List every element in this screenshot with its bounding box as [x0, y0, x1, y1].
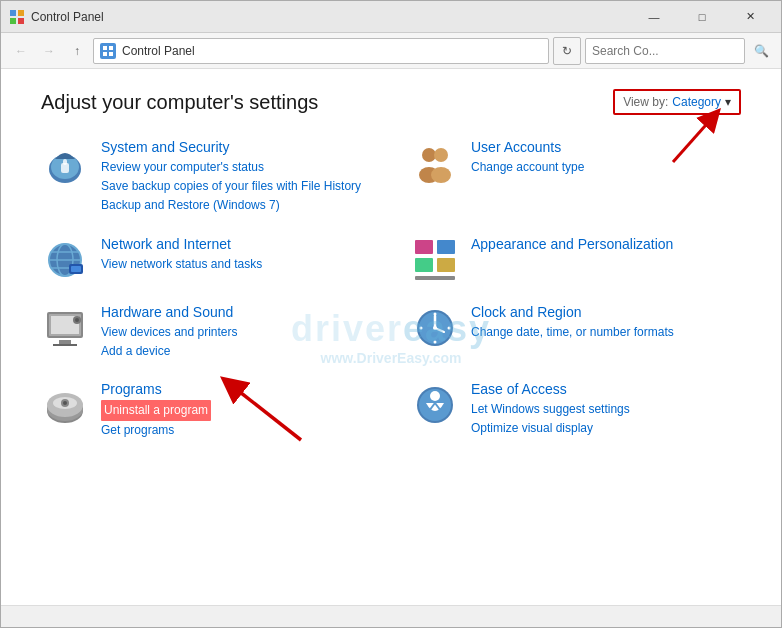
category-clock: Clock and Region Change date, time, or n…	[411, 304, 741, 361]
breadcrumb-bar[interactable]: Control Panel	[93, 38, 549, 64]
ease-name[interactable]: Ease of Access	[471, 381, 741, 397]
svg-rect-13	[63, 159, 67, 165]
hardware-name[interactable]: Hardware and Sound	[101, 304, 371, 320]
minimize-button[interactable]: —	[631, 1, 677, 33]
svg-point-14	[422, 148, 436, 162]
svg-rect-5	[109, 46, 113, 50]
close-button[interactable]: ✕	[727, 1, 773, 33]
svg-rect-0	[10, 10, 16, 16]
forward-button[interactable]: →	[37, 39, 61, 63]
network-link-1[interactable]: View network status and tasks	[101, 255, 371, 274]
content-area: Adjust your computer's settings View by:…	[1, 69, 781, 605]
window-icon	[9, 9, 25, 25]
programs-link-1[interactable]: Uninstall a program	[101, 400, 211, 421]
svg-line-59	[231, 385, 301, 440]
svg-point-46	[448, 326, 451, 329]
system-security-text: System and Security Review your computer…	[101, 139, 371, 216]
system-security-link-3[interactable]: Backup and Restore (Windows 7)	[101, 196, 371, 215]
cp-breadcrumb-icon	[100, 43, 116, 59]
control-panel-window: Control Panel — □ ✕ ← → ↑ Control Panel …	[0, 0, 782, 628]
network-name[interactable]: Network and Internet	[101, 236, 371, 252]
title-bar: Control Panel — □ ✕	[1, 1, 781, 33]
up-button[interactable]: ↑	[65, 39, 89, 63]
svg-rect-29	[437, 258, 455, 272]
page-title: Adjust your computer's settings	[41, 91, 318, 114]
back-button[interactable]: ←	[9, 39, 33, 63]
categories-grid: System and Security Review your computer…	[41, 139, 741, 440]
svg-point-44	[434, 340, 437, 343]
category-hardware: Hardware and Sound View devices and prin…	[41, 304, 371, 361]
svg-point-37	[75, 318, 79, 322]
svg-point-15	[434, 148, 448, 162]
svg-rect-1	[18, 10, 24, 16]
programs-icon	[41, 381, 89, 429]
svg-rect-6	[103, 52, 107, 56]
hardware-icon	[41, 304, 89, 352]
clock-icon	[411, 304, 459, 352]
ease-icon	[411, 381, 459, 429]
svg-rect-35	[53, 344, 77, 346]
arrow-viewby	[653, 107, 733, 167]
svg-rect-25	[71, 266, 81, 272]
clock-name[interactable]: Clock and Region	[471, 304, 741, 320]
clock-text: Clock and Region Change date, time, or n…	[471, 304, 741, 342]
arrow-uninstall	[201, 370, 321, 450]
category-system-security: System and Security Review your computer…	[41, 139, 371, 216]
svg-rect-28	[415, 258, 433, 272]
category-network: Network and Internet View network status…	[41, 236, 371, 284]
breadcrumb-label: Control Panel	[122, 44, 195, 58]
svg-rect-27	[437, 240, 455, 254]
svg-rect-26	[415, 240, 433, 254]
window-controls: — □ ✕	[631, 1, 773, 33]
ease-link-1[interactable]: Let Windows suggest settings	[471, 400, 741, 419]
ease-text: Ease of Access Let Windows suggest setti…	[471, 381, 741, 438]
category-ease: Ease of Access Let Windows suggest setti…	[411, 381, 741, 440]
hardware-text: Hardware and Sound View devices and prin…	[101, 304, 371, 361]
search-button[interactable]: 🔍	[749, 39, 773, 63]
network-text: Network and Internet View network status…	[101, 236, 371, 274]
user-accounts-icon	[411, 139, 459, 187]
svg-rect-4	[103, 46, 107, 50]
svg-point-17	[431, 167, 451, 183]
svg-point-52	[63, 401, 67, 405]
svg-point-43	[434, 312, 437, 315]
appearance-text: Appearance and Personalization	[471, 236, 741, 255]
maximize-button[interactable]: □	[679, 1, 725, 33]
svg-rect-3	[18, 18, 24, 24]
address-bar: ← → ↑ Control Panel ↻ 🔍	[1, 33, 781, 69]
svg-line-9	[673, 117, 713, 162]
system-security-link-2[interactable]: Save backup copies of your files with Fi…	[101, 177, 371, 196]
category-appearance: Appearance and Personalization	[411, 236, 741, 284]
ease-link-2[interactable]: Optimize visual display	[471, 419, 741, 438]
search-input[interactable]	[585, 38, 745, 64]
refresh-button[interactable]: ↻	[553, 37, 581, 65]
status-bar	[1, 605, 781, 627]
system-security-icon	[41, 139, 89, 187]
hardware-link-1[interactable]: View devices and printers	[101, 323, 371, 342]
system-security-link-1[interactable]: Review your computer's status	[101, 158, 371, 177]
appearance-name[interactable]: Appearance and Personalization	[471, 236, 741, 252]
svg-rect-2	[10, 18, 16, 24]
network-icon	[41, 236, 89, 284]
hardware-link-2[interactable]: Add a device	[101, 342, 371, 361]
clock-link-1[interactable]: Change date, time, or number formats	[471, 323, 741, 342]
appearance-icon	[411, 236, 459, 284]
svg-point-55	[430, 391, 440, 401]
page-header: Adjust your computer's settings View by:…	[41, 89, 741, 115]
system-security-name[interactable]: System and Security	[101, 139, 371, 155]
svg-rect-34	[59, 340, 71, 344]
window-title: Control Panel	[31, 10, 631, 24]
svg-point-45	[420, 326, 423, 329]
svg-rect-30	[415, 276, 455, 280]
svg-rect-7	[109, 52, 113, 56]
